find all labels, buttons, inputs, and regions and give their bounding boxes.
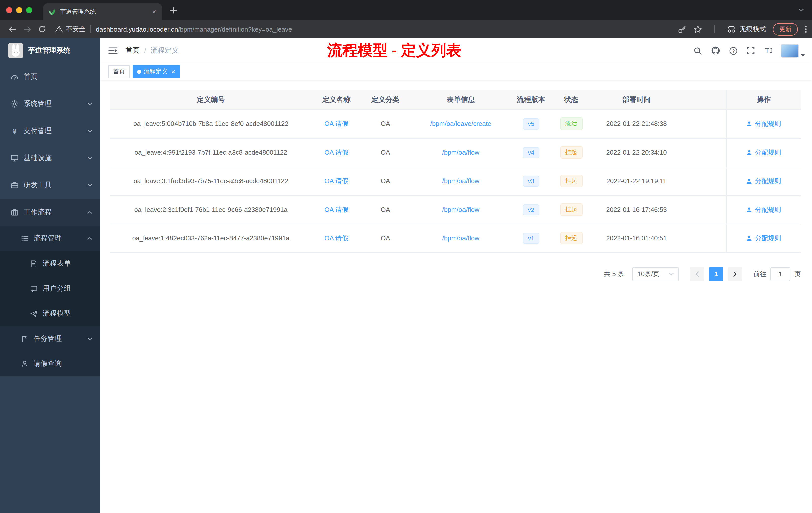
assign-rule-link[interactable]: 分配规则 — [747, 234, 781, 243]
app-logo-row[interactable]: 芋道管理系统 — [0, 38, 100, 63]
sidebar-item-user-group[interactable]: 用户分组 — [0, 276, 100, 301]
svg-text:T: T — [765, 47, 769, 55]
tag-close-icon[interactable]: × — [171, 68, 175, 75]
page-button-1[interactable]: 1 — [709, 267, 723, 281]
user-icon — [747, 121, 753, 127]
flag-icon — [20, 335, 29, 342]
password-key-icon[interactable] — [678, 25, 687, 33]
incognito-icon — [727, 25, 736, 33]
form-link[interactable]: /bpm/oa/flow — [442, 177, 479, 185]
form-link[interactable]: /bpm/oa/flow — [442, 206, 479, 213]
browser-tab[interactable]: 芋道管理系统 × — [43, 3, 162, 20]
minimize-window-button[interactable] — [16, 7, 22, 13]
sidebar-item-payment-management[interactable]: ¥支付管理 — [0, 117, 100, 145]
definition-name-link[interactable]: OA 请假 — [324, 148, 348, 156]
close-window-button[interactable] — [6, 7, 12, 13]
definition-name-link[interactable]: OA 请假 — [324, 120, 348, 127]
new-tab-button[interactable] — [166, 3, 180, 17]
user-icon — [747, 178, 753, 184]
table-filler-cell — [680, 224, 726, 252]
pagination-total: 共 5 条 — [604, 269, 624, 278]
assign-rule-link[interactable]: 分配规则 — [747, 176, 781, 185]
definition-category: OA — [361, 167, 409, 195]
browser-tabstrip: 芋道管理系统 × — [0, 0, 812, 20]
next-page-button[interactable] — [728, 267, 742, 281]
definition-name-link[interactable]: OA 请假 — [324, 177, 348, 184]
form-link[interactable]: /bpm/oa/flow — [442, 234, 479, 242]
sidebar-item-process-management[interactable]: 流程管理 — [0, 226, 100, 251]
sidebar-item-process-form[interactable]: 流程表单 — [0, 251, 100, 276]
divider — [714, 25, 715, 33]
help-icon[interactable]: ? — [729, 47, 738, 55]
page-size-select[interactable]: 10条/页 — [632, 267, 679, 281]
goto-label: 前往 — [753, 269, 766, 278]
bookmark-star-icon[interactable] — [694, 25, 702, 33]
update-button[interactable]: 更新 — [773, 23, 798, 35]
pagination-goto: 前往 页 — [753, 267, 801, 281]
sidebar-menu: 首页系统管理¥支付管理基础设施研发工具工作流程流程管理流程表单用户分组流程模型任… — [0, 63, 100, 376]
assign-rule-link[interactable]: 分配规则 — [747, 148, 781, 157]
sidebar-toggle-button[interactable] — [100, 38, 125, 63]
assign-rule-link[interactable]: 分配规则 — [747, 205, 781, 214]
sidebar-item-home[interactable]: 首页 — [0, 63, 100, 90]
chevron-down-icon — [87, 337, 92, 340]
fullscreen-icon[interactable] — [747, 47, 755, 55]
table-filler-cell — [680, 110, 726, 138]
incognito-badge: 无痕模式 — [727, 25, 766, 34]
browser-menu-icon[interactable] — [805, 25, 807, 33]
column-header: 定义编号 — [111, 90, 311, 110]
tags-view-bar: 首页流程定义× — [100, 63, 812, 80]
sidebar-item-label: 流程模型 — [43, 309, 100, 318]
zoom-window-button[interactable] — [26, 7, 32, 13]
sidebar-item-infrastructure[interactable]: 基础设施 — [0, 145, 100, 172]
tab-search-chevron-icon[interactable] — [799, 8, 804, 11]
svg-text:?: ? — [732, 48, 735, 54]
site-security-badge[interactable]: 不安全 — [55, 25, 85, 34]
app-logo — [8, 43, 23, 58]
sidebar-item-workflow[interactable]: 工作流程 — [0, 199, 100, 226]
definition-id: oa_leave:4:991f2193-7b7f-11ec-a3c8-acde4… — [111, 138, 311, 167]
definition-name-link[interactable]: OA 请假 — [324, 206, 348, 213]
sidebar-item-process-model[interactable]: 流程模型 — [0, 301, 100, 326]
goto-page-input[interactable] — [770, 267, 790, 281]
column-header: 表单信息 — [409, 90, 512, 110]
forward-button[interactable] — [20, 22, 34, 36]
sidebar-item-system-management[interactable]: 系统管理 — [0, 90, 100, 117]
search-icon[interactable] — [694, 47, 702, 55]
table-header-filler — [680, 90, 726, 110]
breadcrumb-home[interactable]: 首页 — [125, 46, 140, 55]
svg-text:¥: ¥ — [13, 127, 17, 134]
definition-name-link[interactable]: OA 请假 — [324, 234, 348, 242]
address-bar[interactable]: dashboard.yudao.iocoder.cn/bpm/manager/d… — [96, 25, 672, 33]
form-link[interactable]: /bpm/oa/flow — [442, 149, 479, 156]
breadcrumb-current: 流程定义 — [151, 46, 179, 55]
back-button[interactable] — [5, 22, 19, 36]
sidebar-item-task-management[interactable]: 任务管理 — [0, 326, 100, 351]
topbar-actions: ?T — [694, 46, 773, 55]
tab-close-icon[interactable]: × — [151, 7, 157, 16]
assign-rule-label: 分配规则 — [755, 176, 781, 185]
assign-rule-label: 分配规则 — [755, 148, 781, 157]
column-header: 操作 — [726, 90, 801, 110]
table-filler-cell — [680, 138, 726, 167]
view-tag-0[interactable]: 首页 — [109, 65, 129, 78]
assign-rule-link[interactable]: 分配规则 — [747, 119, 781, 128]
definition-category: OA — [361, 138, 409, 167]
view-tag-1[interactable]: 流程定义× — [133, 65, 179, 78]
chat-icon — [29, 285, 38, 292]
active-tag-dot — [137, 69, 141, 73]
sidebar: 芋道管理系统 首页系统管理¥支付管理基础设施研发工具工作流程流程管理流程表单用户… — [0, 38, 100, 513]
column-header: 状态 — [550, 90, 592, 110]
github-icon[interactable] — [711, 46, 720, 55]
reload-button[interactable] — [35, 22, 49, 36]
send-icon — [29, 310, 38, 318]
form-link[interactable]: /bpm/oa/leave/create — [430, 120, 491, 127]
prev-page-button[interactable] — [690, 267, 704, 281]
tag-label: 首页 — [113, 67, 125, 76]
user-avatar[interactable] — [781, 44, 805, 58]
sidebar-item-dev-tools[interactable]: 研发工具 — [0, 172, 100, 199]
fontsize-icon[interactable]: T — [764, 47, 773, 55]
navbar-right: 无痕模式 更新 — [678, 23, 807, 35]
chevron-down-icon — [87, 102, 92, 105]
sidebar-item-leave-query[interactable]: 请假查询 — [0, 351, 100, 376]
